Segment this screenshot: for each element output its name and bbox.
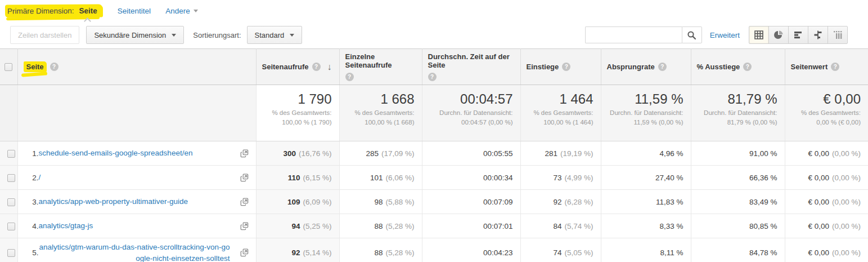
column-header-einstiege: Einstiege ? [520,49,601,85]
row-checkbox[interactable] [7,174,15,182]
sort-descending-icon[interactable]: ↓ [327,62,332,72]
page-value: € 0,00 [808,198,829,206]
pivot-icon [833,30,843,40]
column-header-einzelne-seitenaufrufe: Einzelne Seitenaufrufe ? [339,49,422,85]
column-label[interactable]: Seitenaufrufe [262,63,309,71]
page-link[interactable]: / [39,172,41,183]
totals-value: 81,79 % [699,91,777,108]
column-label[interactable]: Durchschn. Zeit auf der Seite [428,52,515,69]
unique-pageviews-percent: (6,06 %) [385,174,414,182]
search-input[interactable] [585,26,682,43]
help-icon[interactable]: ? [345,73,354,81]
totals-value: 11,59 % [609,91,683,108]
table-row: 4. analytics/gtag-js 94(5,25 %) 88(5,28 … [0,214,868,238]
open-in-new-icon[interactable] [236,248,249,257]
totals-unique-pageviews: 1 668 % des Gesamtwerts: 100,00 % (1 668… [339,85,422,141]
help-icon[interactable]: ? [312,63,321,71]
row-checkbox-cell [0,141,17,166]
help-icon[interactable]: ? [50,63,59,71]
dimension-tab-seitentitel[interactable]: Seitentitel [118,7,151,15]
row-checkbox-cell [0,166,17,190]
column-label[interactable]: Einzelne Seitenaufrufe [345,52,416,69]
table-view-button[interactable] [749,26,769,44]
pageviews-value: 300 [283,149,296,158]
page-link[interactable]: analytics/gtm-warum-du-das-native-scroll… [39,242,230,262]
column-label[interactable]: Einstiege [527,63,559,71]
unique-pageviews-percent: (17,09 %) [381,149,415,158]
plot-rows-button[interactable]: Zeilen darstellen [10,26,79,44]
secondary-dimension-button[interactable]: Sekundäre Dimension [86,26,184,44]
column-label[interactable]: Seite [26,63,44,71]
help-icon[interactable]: ? [428,73,437,81]
search-button[interactable] [682,26,702,43]
unique-pageviews-cell: 101(6,06 %) [339,166,422,190]
pageviews-cell: 110(6,15 %) [256,166,339,190]
secondary-dimension-label: Sekundäre Dimension [94,31,166,39]
row-checkbox[interactable] [7,249,15,257]
pageviews-cell: 94(5,25 %) [256,214,339,238]
column-label[interactable]: % Ausstiege [697,63,740,71]
unique-pageviews-value: 101 [370,174,383,182]
performance-view-button[interactable] [788,26,808,44]
row-checkbox[interactable] [7,198,15,206]
column-label[interactable]: Seitenwert [791,63,828,71]
percentage-view-button[interactable] [768,26,789,44]
help-icon[interactable]: ? [831,63,839,71]
page-value: € 0,00 [808,174,829,182]
comparison-icon [813,30,823,40]
avg-time-cell: 00:04:23 [422,238,520,262]
unique-pageviews-percent: (5,28 %) [385,248,414,257]
pageviews-cell: 92(5,14 %) [256,238,339,262]
pie-chart-icon [773,30,784,40]
open-in-new-icon[interactable] [236,222,249,230]
table-row: 3. analytics/app-web-property-ultimative… [0,190,868,214]
help-icon[interactable]: ? [562,63,570,71]
pageviews-percent: (16,76 %) [299,149,332,158]
pages-report-table: Seite ? Seitenaufrufe ? ↓ Einzelne Seite… [0,48,868,262]
primary-dimension-bar: Primäre Dimension: Seite Seitentitel And… [0,0,868,21]
select-all-checkbox[interactable] [5,63,12,71]
pivot-view-button[interactable] [827,26,848,44]
totals-exit-rate: 81,79 % Durchn. für Datenansicht: 81,79 … [691,85,785,141]
page-link[interactable]: schedule-send-emails-google-spreadsheet/… [39,148,193,159]
entrances-value: 74 [553,248,561,257]
exit-rate-cell: 83,49 % [691,190,785,214]
open-in-new-icon[interactable] [236,174,249,182]
avg-time-cell: 00:07:01 [422,214,520,238]
page-link[interactable]: analytics/app-web-property-ultimativer-g… [39,196,188,207]
column-label[interactable]: Absprungrate [607,63,655,71]
comparison-view-button[interactable] [808,26,828,44]
sort-type-value: Standard [255,31,285,39]
dimension-tab-seite[interactable]: Seite [79,6,97,15]
page-cell: 1. schedule-send-emails-google-spreadshe… [17,141,256,166]
row-checkbox[interactable] [7,150,15,158]
page-cell: 3. analytics/app-web-property-ultimative… [17,190,256,214]
entrances-value: 84 [553,222,561,230]
help-icon[interactable]: ? [743,63,752,71]
avg-time-value: 00:00:34 [483,174,513,182]
chevron-down-icon [290,34,294,37]
advanced-filter-link[interactable]: Erweitert [710,31,740,39]
yellow-highlight-marker: Seite [24,61,47,72]
unique-pageviews-cell: 88(5,28 %) [339,238,422,262]
sort-type-button[interactable]: Standard [247,26,303,44]
table-view-icon [754,30,764,40]
page-value-percent: (0,00 %) [832,149,861,158]
page-value-cell: € 0,00(0,00 %) [785,214,868,238]
open-in-new-icon[interactable] [236,198,249,206]
bounce-rate-value: 4,96 % [659,149,683,158]
unique-pageviews-cell: 88(5,28 %) [339,214,422,238]
pageviews-value: 92 [291,248,300,257]
row-checkbox[interactable] [7,223,15,230]
totals-subtext: Durchn. für Datenansicht: 11,59 % (0,00 … [609,108,683,127]
open-in-new-icon[interactable] [236,149,249,158]
avg-time-cell: 00:07:09 [422,190,520,214]
page-link[interactable]: analytics/gtag-js [39,220,93,232]
exit-rate-value: 83,49 % [749,198,777,206]
view-switcher [749,26,848,44]
help-icon[interactable]: ? [658,63,667,71]
totals-subtext: % des Gesamtwerts: 0,00 % (€ 0,00) [793,108,861,127]
entrances-cell: 281(19,19 %) [520,141,601,166]
dimension-tab-andere[interactable]: Andere [165,7,190,15]
bounce-rate-value: 11,83 % [656,198,683,206]
